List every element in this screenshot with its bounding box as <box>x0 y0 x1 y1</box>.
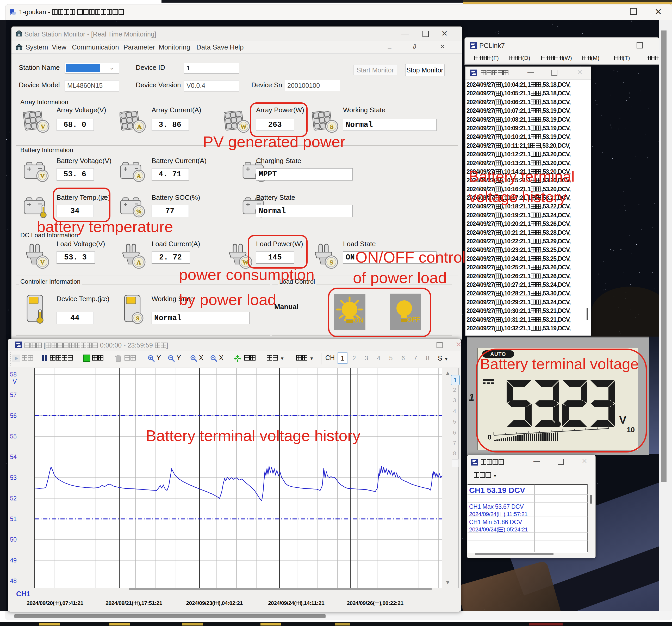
svg-text:50: 50 <box>10 536 17 543</box>
svg-text:51: 51 <box>10 515 17 522</box>
svg-text:A: A <box>137 123 142 130</box>
svg-text:V: V <box>40 173 45 179</box>
svg-text:49: 49 <box>10 557 17 564</box>
svg-text:56: 56 <box>10 412 17 419</box>
svg-text:A: A <box>137 173 141 179</box>
svg-text:57: 57 <box>10 391 17 398</box>
svg-text:V: V <box>40 259 45 266</box>
svg-text:52: 52 <box>10 495 17 502</box>
svg-text:54: 54 <box>10 454 17 460</box>
svg-text:%: % <box>136 208 142 215</box>
svg-text:58: 58 <box>10 371 17 378</box>
svg-text:S: S <box>330 123 333 130</box>
svg-text:53: 53 <box>10 474 17 481</box>
svg-text:48: 48 <box>10 578 17 584</box>
svg-text:A: A <box>137 259 141 266</box>
svg-text:S: S <box>136 315 139 321</box>
svg-text:V: V <box>13 378 17 385</box>
svg-text:W: W <box>240 123 247 130</box>
svg-text:V: V <box>41 123 45 130</box>
svg-text:S: S <box>330 259 333 266</box>
svg-text:55: 55 <box>10 433 17 440</box>
